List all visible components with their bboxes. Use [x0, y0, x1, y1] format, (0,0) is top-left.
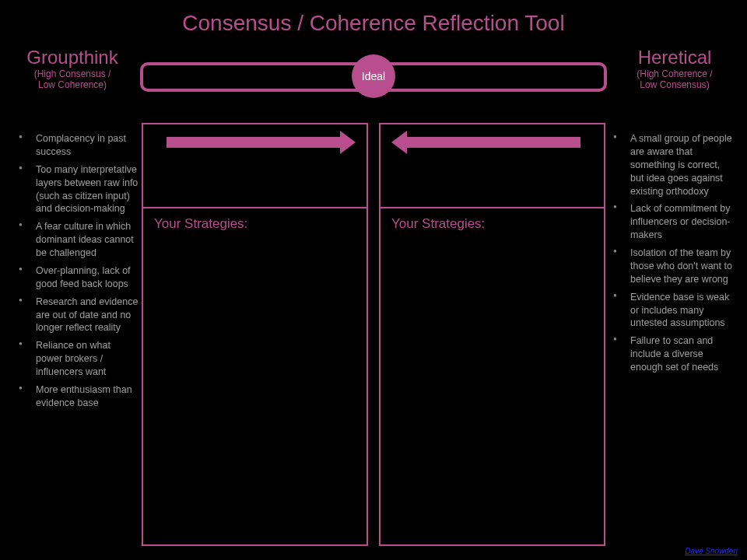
right-strategies-label: Your Strategies: — [391, 216, 593, 232]
corner-left-sub2: Low Coherence) — [6, 79, 139, 90]
corner-right-title: Heretical — [608, 47, 741, 68]
left-strategies-label: Your Strategies: — [154, 216, 356, 232]
corner-right-sub2: Low Consensus) — [608, 79, 741, 90]
corner-left-sub1: (High Consensus / — [6, 68, 139, 79]
groupthink-list: Complacency in past success Too many int… — [14, 132, 139, 415]
list-item: Evidence base is weak or includes many u… — [608, 291, 733, 331]
list-item: Too many interpretative layers between r… — [14, 163, 139, 216]
list-item: More enthusiasm than evidence base — [14, 383, 139, 410]
ideal-circle: Ideal — [352, 54, 395, 98]
left-arrow-zone — [143, 124, 366, 208]
left-panel: Your Strategies: — [142, 123, 368, 546]
right-panel: Your Strategies: — [379, 123, 605, 546]
list-item: A small group of people are aware that s… — [608, 132, 733, 198]
list-item: Research and evidence are out of date an… — [14, 296, 139, 335]
list-item: Reliance on what power brokers / influen… — [14, 339, 139, 379]
list-item: Lack of commitment by influencers or dec… — [608, 202, 733, 242]
page-title: Consensus / Coherence Reflection Tool — [0, 0, 747, 40]
corner-left: Groupthink (High Consensus / Low Coheren… — [6, 47, 139, 91]
corner-right-sub1: (High Coherence / — [608, 68, 741, 79]
ideal-bar: Ideal — [140, 56, 607, 95]
arrow-right-icon — [167, 137, 343, 148]
list-item: Isolation of the team by those who don't… — [608, 247, 733, 286]
right-panel-body: Your Strategies: — [381, 208, 604, 544]
corner-right: Heretical (High Coherence / Low Consensu… — [608, 47, 741, 91]
ideal-label: Ideal — [362, 70, 385, 82]
arrow-left-icon — [404, 137, 580, 148]
credit-link[interactable]: Dave Snowden — [685, 547, 738, 555]
heretical-list: A small group of people are aware that s… — [608, 132, 733, 379]
right-arrow-zone — [381, 124, 604, 208]
list-item: A fear culture in which dominant ideas c… — [14, 220, 139, 260]
corner-left-title: Groupthink — [6, 47, 139, 68]
left-panel-body: Your Strategies: — [143, 208, 366, 544]
list-item: Failure to scan and include a diverse en… — [608, 334, 733, 374]
center-panels: Your Strategies: Your Strategies: — [142, 123, 605, 546]
list-item: Over-planning, lack of good feed back lo… — [14, 264, 139, 291]
list-item: Complacency in past success — [14, 132, 139, 159]
